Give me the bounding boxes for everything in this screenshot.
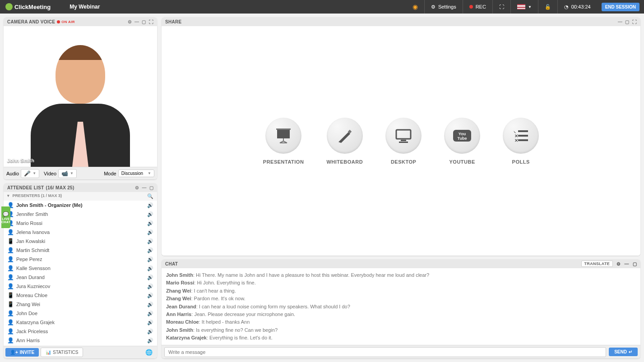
person-icon: 👤 — [7, 310, 14, 316]
attendee-row[interactable]: 📱Moreau Chloe🔊 — [4, 291, 157, 300]
presenter-video-placeholder — [31, 41, 130, 167]
attendee-row[interactable]: 👤Mario Rossi🔊 — [4, 219, 157, 228]
attendee-name: Jura Kuzniecov — [16, 284, 50, 289]
svg-rect-8 — [401, 140, 406, 141]
record-button[interactable]: REC — [463, 0, 492, 14]
attendee-row[interactable]: 👤Pepe Perez🔊 — [4, 255, 157, 264]
attendee-row[interactable]: 👤John Smith - Organizer (Me)🔊 — [4, 201, 157, 210]
panel-settings-icon[interactable]: ⚙ — [128, 19, 132, 24]
panel-restore-icon[interactable]: ▢ — [149, 185, 153, 190]
camera-panel-title: CAMERA AND VOICE — [7, 19, 55, 24]
panel-settings-icon[interactable]: ⚙ — [135, 185, 139, 190]
attendee-row[interactable]: 📱Jan Kowalski🔊 — [4, 237, 157, 246]
attendee-row[interactable]: 👤Jennifer Smith🔊 — [4, 210, 157, 219]
send-button[interactable]: SEND ↵ — [609, 348, 638, 356]
invite-button[interactable]: 👤+ INVITE — [5, 348, 39, 357]
panel-minimize-icon[interactable]: — — [618, 19, 622, 24]
unlock-button[interactable]: 🔓 — [538, 0, 557, 14]
audio-toggle[interactable]: 🎤▼ — [21, 169, 39, 178]
chat-messages: John Smith: Hi There. My name is John an… — [162, 268, 640, 345]
share-option-label: WHITEBOARD — [326, 159, 363, 165]
chat-message: John Smith: Is everything fine no? Can w… — [166, 327, 636, 334]
presenters-section-header[interactable]: ▾ PRESENTERS (1 / MAX 3) 🔍 — [4, 192, 157, 201]
panel-minimize-icon[interactable]: — — [134, 19, 139, 24]
share-option-presentation[interactable]: PRESENTATION — [263, 118, 304, 165]
svg-text:You: You — [459, 132, 466, 136]
chat-text: Everything is fine. Let's do it. — [209, 335, 273, 340]
panel-minimize-icon[interactable]: — — [624, 261, 629, 266]
statistics-label: STATISTICS — [53, 350, 78, 355]
attendee-panel-title: ATTENDEE LIST — [7, 185, 44, 190]
attendee-name: Moreau Chloe — [16, 293, 47, 298]
chat-message: Ann Harris: Jean. Please decrease your m… — [166, 311, 636, 318]
chat-author: John Smith — [166, 327, 193, 333]
attendee-row[interactable]: 📱Zhang Wei🔊 — [4, 300, 157, 309]
statistics-button[interactable]: 📊 STATISTICS — [41, 348, 83, 357]
attendee-row[interactable]: 👤Kalle Svensson🔊 — [4, 264, 157, 273]
chat-author: Ann Harris — [166, 312, 191, 317]
search-icon[interactable]: 🔍 — [147, 193, 153, 199]
clock-icon: ◔ — [564, 4, 569, 10]
add-user-icon: 👤+ — [10, 350, 18, 355]
video-toggle[interactable]: 📹▼ — [58, 169, 77, 178]
svg-text:Tube: Tube — [458, 136, 467, 141]
settings-button[interactable]: ⚙ Settings — [424, 0, 463, 14]
attendee-row[interactable]: 👤Jura Kuzniecov🔊 — [4, 282, 157, 291]
language-selector[interactable]: ▼ — [510, 0, 538, 14]
attendee-name: Kalle Svensson — [16, 266, 51, 271]
panel-restore-icon[interactable]: ▢ — [142, 19, 146, 24]
attendee-name: Mario Rossi — [16, 220, 42, 226]
attendee-name: Jean Durand — [16, 275, 45, 280]
on-air-dot-icon — [57, 20, 60, 23]
attendee-row[interactable]: 👤John Doe🔊 — [4, 309, 157, 318]
fullscreen-button[interactable]: ⛶ — [492, 0, 510, 14]
attendee-row[interactable]: 👤Katarzyna Grajek🔊 — [4, 318, 157, 327]
bar-chart-icon: 📊 — [46, 350, 51, 355]
share-option-youtube[interactable]: YouTubeYOUTUBE — [444, 118, 480, 165]
attendee-count: (16/ MAX 25) — [46, 185, 74, 190]
attendee-row[interactable]: 👤Ann Harris🔊 — [4, 336, 157, 345]
share-option-desktop[interactable]: DESKTOP — [385, 118, 422, 165]
attendee-row[interactable]: 👤Martin Schmidt🔊 — [4, 246, 157, 255]
send-label: SEND — [614, 349, 627, 354]
live-chat-side-tab[interactable]: 💬 LIVE CHAT — [1, 206, 10, 228]
attendee-name: Pepe Perez — [16, 257, 42, 262]
mode-selector[interactable]: Discussion▼ — [118, 170, 154, 177]
unlock-icon: 🔓 — [545, 4, 551, 10]
svg-text:✕: ✕ — [514, 138, 518, 142]
polls-icon: ✕✕ — [503, 118, 539, 154]
attendee-row[interactable]: 👤Jean Durand🔊 — [4, 273, 157, 282]
phone-icon: 📱 — [7, 238, 14, 244]
audio-status-icon: 🔊 — [147, 266, 153, 271]
svg-rect-9 — [399, 142, 408, 143]
translate-button[interactable]: Translate — [581, 261, 613, 267]
panel-restore-icon[interactable]: ▢ — [625, 19, 629, 24]
panel-restore-icon[interactable]: ▢ — [633, 261, 637, 266]
panel-expand-icon[interactable]: ⛶ — [632, 19, 637, 24]
share-option-whiteboard[interactable]: WHITEBOARD — [326, 118, 363, 165]
chevron-down-icon: ▼ — [148, 171, 151, 175]
person-icon: 👤 — [7, 256, 14, 262]
audio-label: Audio — [6, 171, 19, 176]
end-session-button[interactable]: END SESSION — [602, 3, 639, 11]
chat-message: Mario Rossi: Hi John. Everything is fine… — [166, 280, 636, 286]
panel-minimize-icon[interactable]: — — [142, 185, 146, 190]
attendee-row[interactable]: 👤Jack Priceless🔊 — [4, 327, 157, 336]
panel-expand-icon[interactable]: ⛶ — [149, 19, 153, 24]
person-icon: 👤 — [7, 319, 14, 325]
audio-status-icon: 🔊 — [147, 293, 153, 298]
collapse-icon: ▾ — [7, 193, 9, 198]
app-logo: ClickMeeting — [0, 3, 56, 10]
panel-settings-icon[interactable]: ⚙ — [616, 261, 621, 266]
video-label: Video — [44, 171, 56, 176]
share-option-label: YOUTUBE — [449, 159, 475, 165]
globe-icon[interactable]: 🌐 — [145, 349, 153, 356]
audio-status-icon: 🔊 — [147, 329, 153, 335]
chat-input[interactable] — [164, 347, 606, 357]
chat-author: Moreau Chloe — [166, 319, 199, 325]
attendee-name: Jelena Ivanova — [16, 229, 50, 235]
share-option-polls[interactable]: ✕✕POLLS — [503, 118, 539, 165]
attendee-row[interactable]: 👤Jelena Ivanova🔊 — [4, 228, 157, 237]
chat-message: Jean Durand: I can hear a loud noise com… — [166, 303, 636, 310]
phone-icon: 📱 — [7, 301, 14, 307]
